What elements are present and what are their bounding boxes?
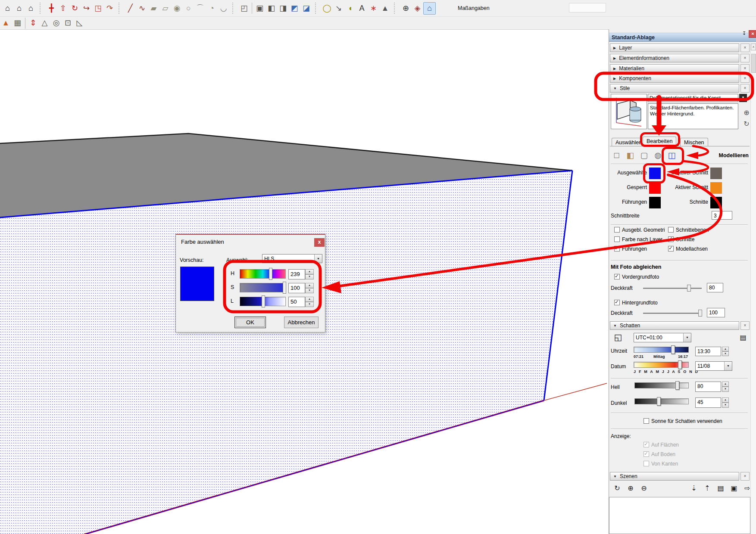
cone-icon[interactable]: ▲	[0, 17, 12, 29]
rectangle-icon[interactable]: ▰	[148, 3, 159, 14]
pin-icon[interactable]: ↧	[740, 30, 748, 37]
line-icon[interactable]: ╱	[125, 3, 136, 14]
next-scene-icon[interactable]: ⇨	[743, 483, 752, 493]
section-width-input[interactable]: 3	[712, 211, 732, 220]
add-scene-icon[interactable]: ⊕	[626, 483, 635, 493]
style-name-dropdown-icon[interactable]: ▼	[739, 94, 747, 102]
spin-down-icon[interactable]: ▼	[305, 302, 314, 307]
push-pull-icon[interactable]: ⇧	[57, 3, 69, 14]
flip-edge-icon[interactable]: ◺	[74, 17, 85, 29]
scenes-list[interactable]	[609, 497, 750, 534]
house-icon-3[interactable]: ⌂	[25, 3, 37, 14]
create-style-icon[interactable]: ⊕	[742, 109, 751, 118]
opacity-slider-background[interactable]	[643, 313, 702, 314]
lightness-spinner[interactable]: ▲▼	[305, 297, 314, 307]
panel-header-layer[interactable]: ▶Layer	[610, 43, 739, 52]
panel-close-stile[interactable]: ×	[740, 84, 750, 93]
view-options-icon[interactable]: ▤	[716, 483, 725, 493]
component-icon-3[interactable]: ◨	[277, 3, 289, 14]
edge-style-icon[interactable]: □	[611, 149, 622, 161]
saturation-slider[interactable]	[240, 283, 286, 292]
arc-icon[interactable]: ⌒	[194, 3, 206, 14]
lightness-input[interactable]: 50	[288, 297, 305, 307]
polygon-icon[interactable]: ○	[183, 3, 194, 14]
saturation-input[interactable]: 100	[288, 283, 305, 293]
refresh-scene-icon[interactable]: ↻	[612, 483, 622, 493]
3d-text-icon[interactable]: ▲	[379, 3, 391, 14]
toggle-shadows-icon[interactable]: ◱	[613, 332, 623, 342]
opacity-background-input[interactable]: 100	[707, 308, 725, 317]
spin-up-icon[interactable]: ▲	[305, 269, 314, 274]
scroll-up-icon[interactable]: ∧	[751, 43, 756, 50]
scroll-thumb[interactable]	[751, 54, 756, 73]
rotated-rectangle-icon[interactable]: ▱	[159, 3, 171, 14]
dialog-close-button[interactable]: x	[314, 238, 325, 247]
drape-icon[interactable]: ◎	[50, 17, 62, 29]
lightness-slider[interactable]	[240, 297, 286, 306]
opacity-foreground-input[interactable]: 80	[707, 283, 723, 292]
freehand-icon[interactable]: ∿	[136, 3, 148, 14]
panel-header-stile[interactable]: ▼Stile	[610, 84, 739, 93]
locked-color-swatch[interactable]	[649, 182, 661, 194]
guides-color-swatch[interactable]	[649, 197, 661, 208]
chevron-down-icon[interactable]: ▼	[724, 362, 732, 370]
hue-slider[interactable]	[240, 269, 286, 279]
spin-down-icon[interactable]: ▼	[722, 351, 729, 356]
saturation-spinner[interactable]: ▲▼	[305, 283, 314, 293]
tray-close-button[interactable]: ×	[749, 30, 756, 38]
spin-up-icon[interactable]: ▲	[722, 382, 729, 387]
follow-me-icon[interactable]: ↪	[81, 3, 92, 14]
component-blue-icon-1[interactable]: ◩	[289, 3, 300, 14]
style-name-field[interactable]: Dokumentationsstil für die Konst	[648, 94, 738, 102]
house-icon-1[interactable]: ⌂	[2, 3, 13, 14]
panel-header-komponenten[interactable]: ▶Komponenten	[610, 74, 739, 83]
stamp-icon[interactable]: △	[39, 17, 50, 29]
panel-close-materialien[interactable]: ×	[740, 64, 750, 73]
checkbox-auf-flaechen[interactable]	[644, 442, 649, 447]
light-slider[interactable]	[634, 382, 689, 388]
style-thumbnail[interactable]	[611, 94, 647, 129]
tape-measure-icon[interactable]: ◯	[321, 3, 333, 14]
component-icon-2[interactable]: ◧	[266, 3, 277, 14]
slider-handle[interactable]	[675, 381, 679, 390]
modeling-style-icon[interactable]: ◫	[666, 149, 678, 161]
panel-close-layer[interactable]: ×	[740, 43, 750, 52]
slider-handle[interactable]	[687, 285, 691, 292]
slider-handle[interactable]	[698, 310, 702, 317]
axes-icon[interactable]: ∗	[368, 3, 379, 14]
sections-color-swatch[interactable]	[710, 197, 722, 208]
panel-close-schatten[interactable]: ×	[740, 321, 750, 330]
tab-mischen[interactable]: Mischen	[680, 138, 708, 146]
text-icon[interactable]: A	[356, 3, 368, 14]
spin-down-icon[interactable]: ▼	[722, 387, 729, 392]
spin-down-icon[interactable]: ▼	[722, 403, 729, 408]
checkbox-schnitte[interactable]	[668, 236, 674, 242]
watermark-style-icon[interactable]: ◍	[652, 149, 664, 161]
picker-mode-select[interactable]: HLS▼	[262, 254, 322, 263]
panel-close-komponenten[interactable]: ×	[740, 74, 750, 83]
make-component-icon[interactable]: ◰	[238, 3, 250, 14]
smoove-icon[interactable]: ⇕	[27, 17, 39, 29]
circle-icon[interactable]: ◉	[171, 3, 183, 14]
add-detail-icon[interactable]: ⊡	[62, 17, 74, 29]
timezone-select[interactable]: UTC+01:00▼	[634, 333, 691, 342]
checkbox-schnittebenen[interactable]	[668, 227, 674, 233]
checkbox-sonne-fuer-schatten[interactable]	[644, 418, 649, 424]
slider-handle[interactable]	[283, 282, 286, 294]
dimension-icon[interactable]: ↘	[333, 3, 344, 14]
orbit-icon[interactable]: ⊕	[400, 3, 412, 14]
date-select[interactable]: 11/08▼	[695, 361, 732, 371]
panel-close-szenen[interactable]: ×	[740, 472, 750, 481]
hue-spinner[interactable]: ▲▼	[305, 269, 314, 279]
position-camera-icon[interactable]: ◈	[412, 3, 423, 14]
dark-spinner[interactable]: ▲▼	[722, 397, 729, 408]
slider-handle[interactable]	[269, 268, 272, 280]
dark-slider[interactable]	[634, 398, 689, 404]
checkbox-hintergrundfoto[interactable]	[614, 300, 620, 305]
walk-icon[interactable]: ⌂	[423, 2, 436, 15]
selected-color-swatch[interactable]	[649, 168, 661, 179]
spin-up-icon[interactable]: ▲	[305, 297, 314, 302]
slider-handle[interactable]	[678, 360, 682, 369]
chevron-down-icon[interactable]: ▼	[683, 333, 691, 342]
time-input[interactable]: 13:30	[695, 347, 721, 356]
